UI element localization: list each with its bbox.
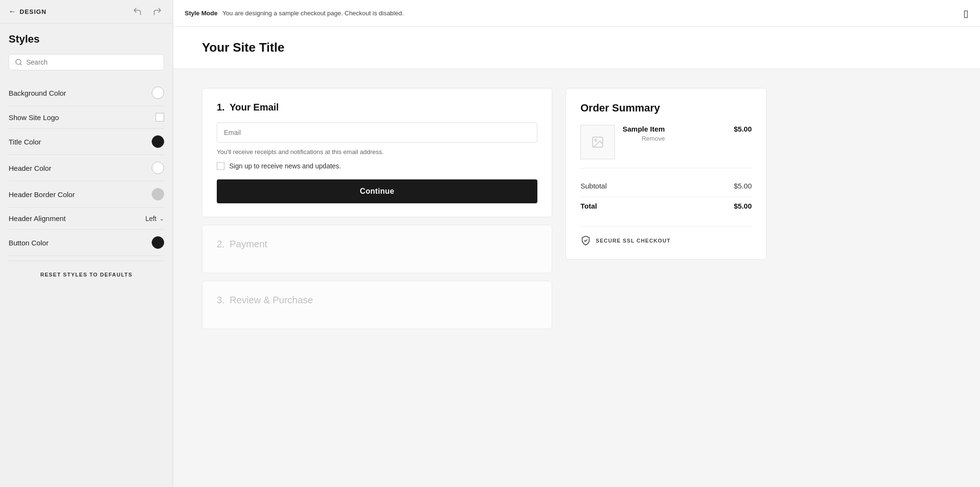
styles-title: Styles bbox=[9, 33, 164, 45]
remove-button[interactable]: Remove bbox=[623, 135, 665, 142]
style-item-background-color: Background Color bbox=[9, 80, 164, 106]
checkout-body: 1. Your Email You'll receive receipts an… bbox=[173, 69, 795, 348]
total-label: Total bbox=[580, 202, 597, 210]
signup-row: Sign up to receive news and updates. bbox=[217, 162, 537, 170]
item-price: $5.00 bbox=[734, 125, 752, 133]
item-details: Sample Item Remove $5.00 bbox=[623, 125, 752, 142]
subtotal-label: Subtotal bbox=[580, 182, 607, 190]
chevron-down-icon: ⌄ bbox=[159, 215, 164, 222]
style-item-show-site-logo: Show Site Logo bbox=[9, 106, 164, 129]
step2-card: 2. Payment bbox=[202, 225, 552, 273]
order-item: Sample Item Remove $5.00 bbox=[580, 125, 752, 168]
svg-line-1 bbox=[20, 64, 22, 65]
svg-point-3 bbox=[595, 139, 597, 141]
site-header: Your Site Title bbox=[173, 27, 980, 69]
redo-button[interactable] bbox=[151, 6, 164, 17]
title-color-swatch[interactable] bbox=[152, 135, 164, 148]
order-totals: Subtotal $5.00 Total $5.00 bbox=[580, 177, 752, 215]
search-icon bbox=[15, 58, 22, 66]
item-name: Sample Item bbox=[623, 125, 665, 133]
secure-label: SECURE SSL CHECKOUT bbox=[596, 238, 670, 244]
style-item-title-color: Title Color bbox=[9, 129, 164, 155]
step1-header: 1. Your Email bbox=[217, 102, 537, 113]
left-panel: ← DESIGN Styles bbox=[0, 0, 173, 487]
subtotal-row: Subtotal $5.00 bbox=[580, 177, 752, 195]
style-label: Header Alignment bbox=[9, 214, 66, 222]
step1-card: 1. Your Email You'll receive receipts an… bbox=[202, 88, 552, 217]
style-item-button-color: Button Color bbox=[9, 230, 164, 256]
email-input[interactable] bbox=[217, 122, 537, 143]
step2-header: 2. Payment bbox=[217, 239, 537, 250]
signup-label: Sign up to receive news and updates. bbox=[229, 162, 341, 170]
main-top-bar: Style Mode You are designing a sample ch… bbox=[173, 0, 980, 27]
checkout-preview: Your Site Title 1. Your Email You'll rec… bbox=[173, 27, 980, 487]
step1-title: Your Email bbox=[230, 102, 279, 113]
style-item-header-alignment: Header Alignment Left ⌄ bbox=[9, 208, 164, 230]
style-label: Header Border Color bbox=[9, 190, 75, 199]
style-item-header-border-color: Header Border Color bbox=[9, 181, 164, 208]
email-hint: You'll receive receipts and notification… bbox=[217, 148, 537, 155]
signup-checkbox[interactable] bbox=[217, 162, 224, 170]
style-label: Title Color bbox=[9, 138, 41, 146]
top-bar: ← DESIGN bbox=[0, 0, 173, 23]
step3-header: 3. Review & Purchase bbox=[217, 295, 537, 306]
header-border-color-swatch[interactable] bbox=[152, 188, 164, 200]
site-title: Your Site Title bbox=[202, 40, 284, 55]
shield-icon bbox=[580, 235, 591, 246]
button-color-swatch[interactable] bbox=[152, 236, 164, 249]
undo-icon bbox=[133, 7, 142, 16]
header-alignment-dropdown[interactable]: Left ⌄ bbox=[145, 215, 164, 222]
step3-card: 3. Review & Purchase bbox=[202, 281, 552, 329]
order-card: Order Summary Sample Item Remove bbox=[566, 88, 767, 260]
step3-title: Review & Purchase bbox=[230, 295, 313, 306]
mobile-preview-icon[interactable]: ▯ bbox=[963, 8, 969, 19]
main-area: Style Mode You are designing a sample ch… bbox=[173, 0, 980, 487]
style-label: Button Color bbox=[9, 239, 48, 247]
step3-number: 3. bbox=[217, 295, 225, 306]
total-row: Total $5.00 bbox=[580, 197, 752, 215]
style-mode-label: Style Mode bbox=[185, 10, 218, 17]
secure-row: SECURE SSL CHECKOUT bbox=[580, 226, 752, 246]
image-placeholder-icon bbox=[591, 135, 604, 149]
header-color-swatch[interactable] bbox=[152, 162, 164, 174]
search-box[interactable] bbox=[9, 54, 164, 70]
back-arrow-icon: ← bbox=[9, 7, 17, 16]
step2-number: 2. bbox=[217, 239, 225, 250]
design-back-button[interactable]: ← DESIGN bbox=[9, 7, 46, 16]
top-bar-actions bbox=[131, 6, 164, 17]
search-input[interactable] bbox=[26, 58, 158, 66]
alignment-value: Left bbox=[145, 215, 156, 222]
style-label: Header Color bbox=[9, 164, 51, 172]
redo-icon bbox=[153, 7, 162, 16]
checkout-left: 1. Your Email You'll receive receipts an… bbox=[202, 88, 552, 329]
reset-styles-button[interactable]: RESET STYLES TO DEFAULTS bbox=[9, 261, 164, 286]
item-thumbnail bbox=[580, 125, 615, 159]
background-color-swatch[interactable] bbox=[152, 87, 164, 99]
style-item-header-color: Header Color bbox=[9, 155, 164, 181]
checkout-right: Order Summary Sample Item Remove bbox=[566, 88, 767, 329]
style-mode-notice: Style Mode You are designing a sample ch… bbox=[185, 10, 404, 17]
style-mode-text: You are designing a sample checkout page… bbox=[223, 10, 404, 17]
step2-title: Payment bbox=[230, 239, 267, 250]
step1-number: 1. bbox=[217, 102, 225, 113]
undo-button[interactable] bbox=[131, 6, 144, 17]
panel-content: Styles Background Color Show Site Logo T… bbox=[0, 23, 173, 487]
subtotal-value: $5.00 bbox=[734, 182, 752, 190]
continue-button[interactable]: Continue bbox=[217, 179, 537, 203]
order-summary-title: Order Summary bbox=[580, 102, 752, 114]
design-label: DESIGN bbox=[20, 8, 46, 15]
style-label: Show Site Logo bbox=[9, 113, 59, 122]
style-label: Background Color bbox=[9, 89, 66, 97]
show-site-logo-checkbox[interactable] bbox=[156, 113, 164, 122]
total-value: $5.00 bbox=[734, 202, 752, 210]
